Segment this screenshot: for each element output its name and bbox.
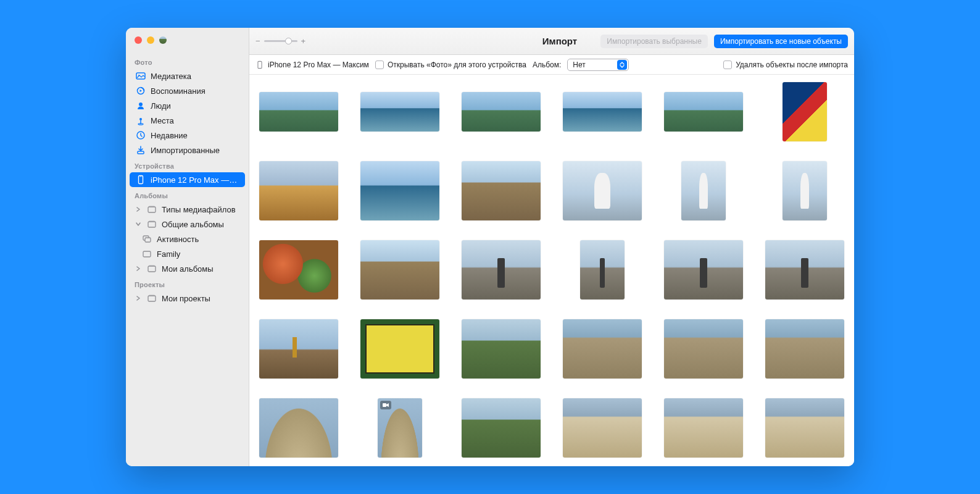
photo-thumbnail[interactable] [560,81,644,143]
section-photo: Фото [126,54,249,69]
zoom-thumb[interactable] [285,38,292,44]
close-window-button[interactable] [135,36,142,44]
album-icon [147,219,157,229]
select-updown-icon [617,60,627,70]
delete-after-checkbox-row[interactable]: Удалять объекты после импорта [723,61,848,69]
sidebar-item-label: Мои альбомы [162,264,214,274]
photo-thumbnail[interactable] [358,81,442,143]
sidebar-item-imported[interactable]: Импортированные [130,143,245,157]
svg-marker-3 [140,90,143,92]
photo-thumbnail[interactable] [257,239,341,301]
photo-thumbnail[interactable] [662,318,745,380]
toolbar: − + Импорт Импортировать выбранные Импор… [249,28,854,55]
sidebar-item-label: Недавние [151,131,188,140]
sidebar-item-media-types[interactable]: Типы медиафайлов [130,202,245,217]
photo-thumbnail[interactable] [662,160,745,222]
sidebar-item-shared-albums[interactable]: Общие альбомы [130,217,245,232]
sidebar-item-label: Медиатека [151,72,191,81]
import-selected-button: Импортировать выбранные [600,35,708,48]
svg-rect-9 [139,176,143,184]
phone-icon [136,175,146,185]
sidebar-item-activity[interactable]: Активность [130,232,245,246]
album-icon [142,249,152,259]
photo-thumbnail[interactable] [662,239,745,301]
zoom-slider[interactable]: − + [255,36,305,46]
zoom-in-icon: + [301,36,306,46]
sidebar-item-library[interactable]: Медиатека [130,69,245,83]
album-label: Альбом: [533,61,561,69]
photo-thumbnail[interactable] [459,318,543,380]
import-icon [136,145,146,155]
sidebar-item-label: Активность [157,235,199,244]
svg-rect-13 [148,222,156,227]
photo-thumbnail[interactable] [763,318,847,380]
svg-rect-8 [138,151,144,154]
photo-thumbnail[interactable] [257,160,341,222]
page-title: Импорт [542,36,577,46]
sidebar-item-device[interactable]: iPhone 12 Pro Max —… [130,172,245,187]
svg-rect-12 [149,206,155,207]
photo-thumbnail[interactable] [459,239,543,301]
chevron-down-icon[interactable] [136,221,143,228]
svg-rect-11 [148,207,156,212]
svg-rect-21 [149,295,155,296]
album-icon [147,293,157,303]
photo-thumbnail[interactable] [662,397,745,459]
sidebar-item-family[interactable]: Family [130,246,245,261]
photo-thumbnail[interactable] [358,239,442,301]
memories-icon [136,86,146,96]
photo-thumbnail[interactable] [560,318,644,380]
sidebar-item-label: Family [157,249,180,259]
photo-grid [249,75,854,465]
open-photos-checkbox-row[interactable]: Открывать «Фото» для этого устройства [375,61,526,69]
photo-thumbnail[interactable] [763,81,847,143]
sidebar-item-memories[interactable]: Воспоминания [130,83,245,98]
photo-thumbnail[interactable] [459,81,543,143]
photo-thumbnail[interactable] [763,239,847,301]
photo-thumbnail[interactable] [358,397,442,459]
svg-rect-18 [148,266,156,272]
photo-thumbnail[interactable] [257,397,341,459]
photo-thumbnail[interactable] [257,81,341,143]
sidebar-item-my-projects[interactable]: Мои проекты [130,291,245,306]
sidebar-item-label: Места [151,116,174,125]
album-icon [147,204,157,214]
photo-thumbnail[interactable] [662,81,745,143]
section-projects: Проекты [126,276,249,291]
device-label: iPhone 12 Pro Max — Максим [255,61,369,69]
photo-thumbnail[interactable] [459,160,543,222]
photo-thumbnail[interactable] [763,160,847,222]
chevron-right-icon[interactable] [136,266,143,272]
photo-thumbnail[interactable] [257,318,341,380]
photo-thumbnail[interactable] [560,160,644,222]
minimize-window-button[interactable] [147,36,154,44]
import-all-button[interactable]: Импортировать все новые объекты [714,35,848,48]
photo-thumbnail[interactable] [560,239,644,301]
photo-thumbnail[interactable] [560,397,644,459]
zoom-out-icon: − [255,36,260,46]
sidebar-item-recent[interactable]: Недавние [130,128,245,143]
album-select[interactable]: Нет [567,59,629,71]
photo-thumbnail[interactable] [763,397,847,459]
album-select-value: Нет [573,61,585,69]
clock-icon [136,130,146,140]
sidebar-item-my-albums[interactable]: Мои альбомы [130,261,245,276]
photo-grid-wrap[interactable] [249,75,854,466]
section-albums: Альбомы [126,187,249,202]
svg-rect-19 [149,266,155,266]
delete-after-label: Удалять объекты после импорта [736,61,848,69]
sidebar-item-label: Импортированные [151,146,220,155]
photo-thumbnail[interactable] [358,318,442,380]
chevron-right-icon[interactable] [136,295,143,302]
main-area: − + Импорт Импортировать выбранные Импор… [249,28,854,466]
open-photos-checkbox[interactable] [375,61,384,69]
sidebar-item-people[interactable]: Люди [130,98,245,113]
photo-thumbnail[interactable] [358,160,442,222]
zoom-track[interactable] [264,40,297,42]
chevron-right-icon[interactable] [136,206,143,213]
fullscreen-window-button[interactable] [159,36,167,44]
svg-point-5 [139,118,142,120]
sidebar-item-places[interactable]: Места [130,113,245,128]
delete-after-checkbox[interactable] [723,61,732,69]
photo-thumbnail[interactable] [459,397,543,459]
